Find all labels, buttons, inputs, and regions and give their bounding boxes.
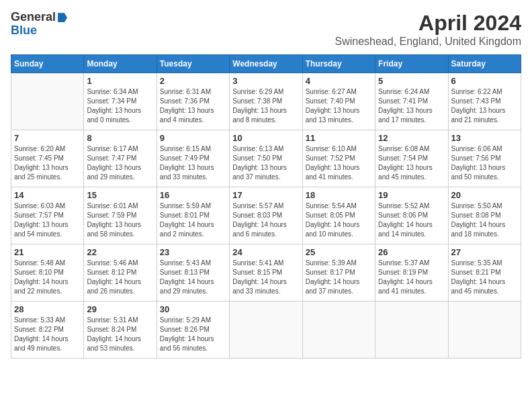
calendar-cell: 19Sunrise: 5:52 AMSunset: 8:06 PMDayligh…	[375, 187, 448, 244]
day-info-line: Sunrise: 6:13 AM	[232, 144, 299, 154]
calendar-cell: 17Sunrise: 5:57 AMSunset: 8:03 PMDayligh…	[230, 187, 302, 244]
calendar-cell: 1Sunrise: 6:34 AMSunset: 7:34 PMDaylight…	[84, 73, 157, 130]
day-number: 25	[306, 247, 372, 257]
day-info: Sunrise: 6:13 AMSunset: 7:50 PMDaylight:…	[232, 144, 299, 182]
day-info-line: Sunset: 7:59 PM	[87, 211, 153, 220]
day-info-line: Daylight: 14 hours	[306, 220, 372, 230]
week-row-3: 14Sunrise: 6:03 AMSunset: 7:57 PMDayligh…	[11, 187, 521, 244]
day-info-line: and 54 minutes.	[14, 230, 81, 239]
day-info: Sunrise: 6:01 AMSunset: 7:59 PMDaylight:…	[87, 201, 153, 239]
day-number: 5	[378, 76, 445, 86]
day-info-line: Sunset: 8:03 PM	[232, 211, 299, 220]
calendar-cell: 27Sunrise: 5:35 AMSunset: 8:21 PMDayligh…	[448, 244, 521, 302]
day-info-line: Sunrise: 6:06 AM	[451, 144, 518, 154]
day-info-line: Sunrise: 5:46 AM	[87, 259, 153, 268]
calendar-cell: 29Sunrise: 5:31 AMSunset: 8:24 PMDayligh…	[84, 302, 157, 359]
day-info-line: Sunset: 8:06 PM	[378, 211, 445, 220]
day-info-line: Sunrise: 5:52 AM	[378, 201, 445, 211]
day-info-line: Sunset: 7:49 PM	[160, 154, 226, 163]
day-info-line: Daylight: 13 hours	[378, 163, 445, 173]
day-info: Sunrise: 6:24 AMSunset: 7:41 PMDaylight:…	[378, 87, 445, 125]
day-info-line: and 6 minutes.	[232, 230, 299, 239]
day-number: 1	[87, 76, 153, 86]
calendar-cell: 4Sunrise: 6:27 AMSunset: 7:40 PMDaylight…	[302, 73, 375, 130]
calendar-cell: 9Sunrise: 6:15 AMSunset: 7:49 PMDaylight…	[157, 130, 229, 187]
day-info-line: and 50 minutes.	[451, 173, 518, 182]
calendar-table: SundayMondayTuesdayWednesdayThursdayFrid…	[11, 54, 521, 359]
day-info-line: and 37 minutes.	[232, 173, 299, 182]
day-info-line: Daylight: 13 hours	[87, 163, 153, 173]
calendar-cell: 23Sunrise: 5:43 AMSunset: 8:13 PMDayligh…	[157, 244, 229, 302]
page-header: General Blue April 2024 Swineshead, Engl…	[11, 11, 521, 48]
day-number: 6	[451, 76, 518, 86]
header-saturday: Saturday	[448, 55, 521, 73]
header-friday: Friday	[375, 55, 448, 73]
calendar-cell: 2Sunrise: 6:31 AMSunset: 7:36 PMDaylight…	[157, 73, 229, 130]
day-info-line: and 45 minutes.	[378, 173, 445, 182]
calendar-cell: 15Sunrise: 6:01 AMSunset: 7:59 PMDayligh…	[84, 187, 157, 244]
day-info-line: Daylight: 14 hours	[451, 277, 518, 287]
day-info-line: Sunrise: 6:03 AM	[14, 201, 81, 211]
day-number: 2	[160, 76, 226, 86]
day-info-line: Sunset: 8:05 PM	[306, 211, 372, 220]
calendar-cell: 24Sunrise: 5:41 AMSunset: 8:15 PMDayligh…	[230, 244, 302, 302]
day-info: Sunrise: 6:27 AMSunset: 7:40 PMDaylight:…	[306, 87, 372, 125]
day-number: 11	[306, 133, 372, 143]
day-info-line: Daylight: 13 hours	[87, 106, 153, 116]
day-info-line: Sunset: 8:26 PM	[160, 325, 226, 334]
day-info-line: Sunset: 7:47 PM	[87, 154, 153, 163]
day-info: Sunrise: 5:50 AMSunset: 8:08 PMDaylight:…	[451, 201, 518, 239]
calendar-cell: 30Sunrise: 5:29 AMSunset: 8:26 PMDayligh…	[157, 302, 229, 359]
day-info-line: and 8 minutes.	[232, 116, 299, 125]
day-info: Sunrise: 5:41 AMSunset: 8:15 PMDaylight:…	[232, 259, 299, 296]
calendar-cell: 5Sunrise: 6:24 AMSunset: 7:41 PMDaylight…	[375, 73, 448, 130]
day-info-line: Sunset: 8:22 PM	[14, 325, 81, 334]
day-info-line: Daylight: 13 hours	[14, 220, 81, 230]
day-info-line: Sunrise: 5:37 AM	[378, 259, 445, 268]
day-info-line: Daylight: 14 hours	[232, 277, 299, 287]
day-info: Sunrise: 5:43 AMSunset: 8:13 PMDaylight:…	[160, 259, 226, 296]
week-row-4: 21Sunrise: 5:48 AMSunset: 8:10 PMDayligh…	[11, 244, 521, 302]
week-row-1: 1Sunrise: 6:34 AMSunset: 7:34 PMDaylight…	[11, 73, 521, 130]
day-info-line: Sunset: 8:15 PM	[232, 268, 299, 277]
day-info-line: Daylight: 13 hours	[451, 163, 518, 173]
header-thursday: Thursday	[302, 55, 375, 73]
calendar-cell: 26Sunrise: 5:37 AMSunset: 8:19 PMDayligh…	[375, 244, 448, 302]
day-info-line: Sunrise: 6:24 AM	[378, 87, 445, 97]
calendar-cell: 14Sunrise: 6:03 AMSunset: 7:57 PMDayligh…	[11, 187, 84, 244]
day-number: 9	[160, 133, 226, 143]
day-number: 16	[160, 190, 226, 200]
day-info-line: Sunset: 7:40 PM	[306, 97, 372, 106]
day-info-line: Sunrise: 6:15 AM	[160, 144, 226, 154]
day-info: Sunrise: 6:34 AMSunset: 7:34 PMDaylight:…	[87, 87, 153, 125]
day-info: Sunrise: 6:29 AMSunset: 7:38 PMDaylight:…	[232, 87, 299, 125]
calendar-cell: 3Sunrise: 6:29 AMSunset: 7:38 PMDaylight…	[230, 73, 302, 130]
day-info-line: Daylight: 13 hours	[160, 163, 226, 173]
day-info: Sunrise: 5:37 AMSunset: 8:19 PMDaylight:…	[378, 259, 445, 296]
day-info-line: Sunrise: 6:17 AM	[87, 144, 153, 154]
day-info-line: Sunset: 8:21 PM	[451, 268, 518, 277]
day-number: 22	[87, 247, 153, 257]
day-info-line: Daylight: 13 hours	[87, 220, 153, 230]
day-info-line: Daylight: 14 hours	[87, 277, 153, 287]
day-info-line: and 41 minutes.	[306, 173, 372, 182]
day-number: 29	[87, 304, 153, 314]
day-info-line: and 41 minutes.	[378, 287, 445, 296]
day-info-line: Sunset: 7:41 PM	[378, 97, 445, 106]
day-info-line: and 29 minutes.	[87, 173, 153, 182]
day-info-line: Sunrise: 6:08 AM	[378, 144, 445, 154]
day-info-line: Sunset: 8:12 PM	[87, 268, 153, 277]
day-info-line: Sunset: 7:50 PM	[232, 154, 299, 163]
day-info-line: Daylight: 13 hours	[14, 163, 81, 173]
day-number: 4	[306, 76, 372, 86]
day-info-line: Sunrise: 6:34 AM	[87, 87, 153, 97]
day-number: 28	[14, 304, 81, 314]
day-number: 18	[306, 190, 372, 200]
day-info-line: Sunset: 7:45 PM	[14, 154, 81, 163]
calendar-cell: 6Sunrise: 6:22 AMSunset: 7:43 PMDaylight…	[448, 73, 521, 130]
day-info-line: and 33 minutes.	[160, 173, 226, 182]
day-number: 3	[232, 76, 299, 86]
day-info-line: and 22 minutes.	[14, 287, 81, 296]
day-info-line: and 10 minutes.	[306, 230, 372, 239]
day-number: 17	[232, 190, 299, 200]
